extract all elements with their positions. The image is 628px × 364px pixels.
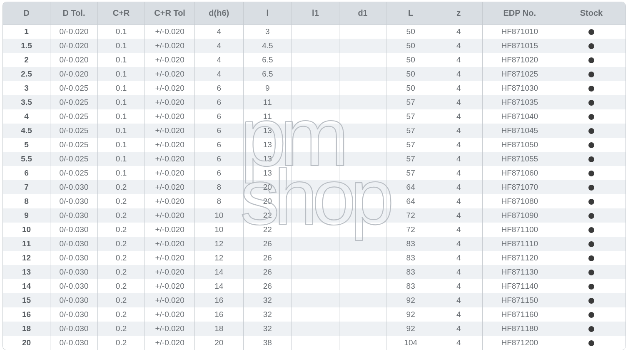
cell-l: 22: [243, 223, 292, 237]
cell-z: 4: [435, 53, 482, 67]
cell-dh6: 12: [194, 237, 243, 251]
cell-DTol: 0/-0.030: [50, 180, 98, 194]
col-header-L: L: [386, 2, 435, 25]
cell-DTol: 0/-0.030: [50, 223, 98, 237]
table-row: 130/-0.0300.2+/-0.0201426834HF871130: [3, 265, 626, 279]
cell-l1: [292, 25, 339, 39]
cell-z: 4: [435, 39, 482, 53]
stock-dot-icon: [588, 270, 594, 275]
cell-dh6: 12: [194, 251, 243, 265]
cell-CRTol: +/-0.020: [145, 152, 195, 166]
cell-Stock: [557, 67, 626, 81]
cell-EDP: HF871180: [482, 322, 557, 336]
cell-z: 4: [435, 293, 482, 307]
cell-L: 64: [386, 194, 435, 208]
table-row: 90/-0.0300.2+/-0.0201022724HF871090: [3, 208, 626, 223]
cell-EDP: HF871080: [482, 194, 557, 208]
cell-DTol: 0/-0.030: [50, 322, 98, 336]
cell-CR: 0.1: [97, 67, 145, 81]
cell-CRTol: +/-0.020: [145, 109, 195, 124]
stock-dot-icon: [588, 57, 594, 63]
col-header-l1: l1: [292, 2, 339, 25]
col-header-d1: d1: [339, 2, 386, 25]
cell-l: 6.5: [243, 67, 292, 81]
cell-dh6: 6: [194, 138, 243, 152]
cell-l1: [292, 138, 339, 152]
cell-CR: 0.2: [97, 223, 145, 237]
table-row: 60/-0.0250.1+/-0.020613574HF871060: [3, 166, 626, 180]
cell-DTol: 0/-0.030: [50, 307, 98, 322]
cell-dh6: 6: [194, 166, 243, 180]
cell-DTol: 0/-0.025: [50, 166, 98, 180]
cell-Stock: [557, 81, 626, 95]
cell-EDP: HF871140: [482, 279, 557, 293]
cell-D: 18: [3, 322, 50, 336]
cell-Stock: [557, 265, 626, 279]
cell-DTol: 0/-0.030: [50, 194, 98, 208]
cell-d1: [339, 166, 386, 180]
cell-z: 4: [435, 124, 482, 138]
cell-d1: [339, 307, 386, 322]
cell-d1: [339, 336, 386, 350]
table-row: 5.50/-0.0250.1+/-0.020613574HF871055: [3, 152, 626, 166]
col-header-l: l: [243, 2, 292, 25]
cell-DTol: 0/-0.025: [50, 138, 98, 152]
cell-l1: [292, 307, 339, 322]
cell-L: 92: [386, 293, 435, 307]
cell-d1: [339, 81, 386, 95]
cell-DTol: 0/-0.020: [50, 25, 98, 39]
cell-l1: [292, 322, 339, 336]
cell-d1: [339, 322, 386, 336]
cell-CRTol: +/-0.020: [145, 53, 195, 67]
cell-CR: 0.2: [97, 237, 145, 251]
cell-Stock: [557, 293, 626, 307]
cell-d1: [339, 251, 386, 265]
stock-dot-icon: [588, 241, 594, 247]
cell-CRTol: +/-0.020: [145, 166, 195, 180]
stock-dot-icon: [588, 284, 594, 290]
cell-l: 26: [243, 237, 292, 251]
cell-d1: [339, 109, 386, 124]
cell-L: 92: [386, 322, 435, 336]
cell-D: 3: [3, 81, 50, 95]
cell-EDP: HF871120: [482, 251, 557, 265]
cell-CR: 0.1: [97, 152, 145, 166]
table-row: 50/-0.0250.1+/-0.020613574HF871050: [3, 138, 626, 152]
cell-CR: 0.2: [97, 251, 145, 265]
cell-Stock: [557, 53, 626, 67]
stock-dot-icon: [588, 43, 594, 49]
cell-l: 4.5: [243, 39, 292, 53]
cell-z: 4: [435, 180, 482, 194]
cell-l: 6.5: [243, 53, 292, 67]
cell-L: 83: [386, 237, 435, 251]
cell-CR: 0.2: [97, 279, 145, 293]
cell-l1: [292, 180, 339, 194]
cell-CR: 0.1: [97, 81, 145, 95]
table-row: 120/-0.0300.2+/-0.0201226834HF871120: [3, 251, 626, 265]
cell-EDP: HF871090: [482, 208, 557, 223]
cell-L: 72: [386, 208, 435, 223]
table-row: 180/-0.0300.2+/-0.0201832924HF871180: [3, 322, 626, 336]
cell-Stock: [557, 124, 626, 138]
table-row: 3.50/-0.0250.1+/-0.020611574HF871035: [3, 95, 626, 109]
cell-D: 2: [3, 53, 50, 67]
cell-DTol: 0/-0.020: [50, 67, 98, 81]
cell-DTol: 0/-0.020: [50, 53, 98, 67]
cell-z: 4: [435, 279, 482, 293]
cell-EDP: HF871200: [482, 336, 557, 350]
stock-dot-icon: [588, 255, 594, 261]
cell-D: 10: [3, 223, 50, 237]
cell-DTol: 0/-0.025: [50, 124, 98, 138]
cell-dh6: 6: [194, 124, 243, 138]
stock-dot-icon: [588, 312, 594, 318]
cell-l1: [292, 237, 339, 251]
cell-DTol: 0/-0.025: [50, 152, 98, 166]
cell-D: 4.5: [3, 124, 50, 138]
table-row: 200/-0.0300.2+/-0.02020381044HF871200: [3, 336, 626, 350]
table-row: 40/-0.0250.1+/-0.020611574HF871040: [3, 109, 626, 124]
cell-l: 3: [243, 25, 292, 39]
cell-L: 50: [386, 53, 435, 67]
cell-Stock: [557, 223, 626, 237]
cell-dh6: 4: [194, 39, 243, 53]
cell-DTol: 0/-0.030: [50, 208, 98, 223]
